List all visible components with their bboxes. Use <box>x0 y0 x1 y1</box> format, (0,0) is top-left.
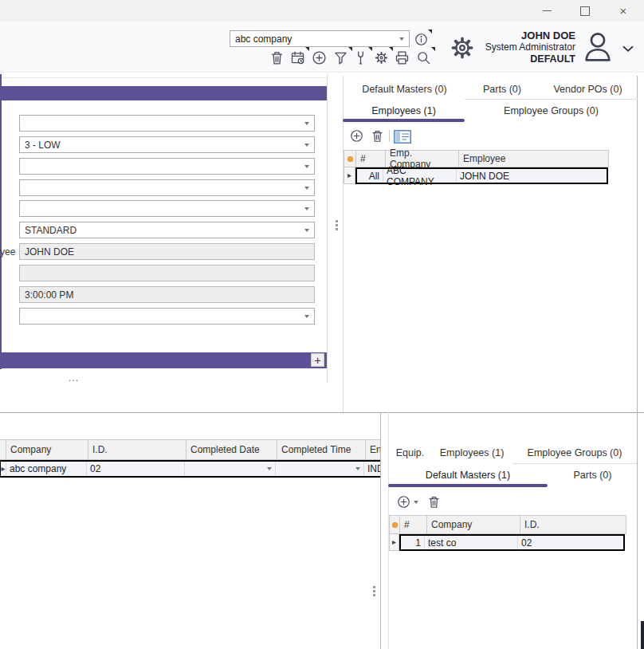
cell-num[interactable]: All <box>357 169 383 183</box>
tab-employee-groups[interactable]: Employee Groups (0) <box>465 100 638 121</box>
printer-icon <box>394 49 410 66</box>
table-row[interactable]: ▸ All ABC COMPANY JOHN DOE <box>344 167 609 184</box>
bottom-vertical-splitter[interactable] <box>380 413 381 649</box>
column-header-num[interactable]: # <box>400 516 427 533</box>
chevron-down-icon <box>304 207 309 210</box>
column-header-employee[interactable]: Employee <box>459 151 608 167</box>
company-combobox[interactable]: abc company <box>230 30 410 47</box>
left-panel-accent-edge <box>0 74 2 369</box>
filter-button[interactable] <box>332 49 349 66</box>
expand-section-button[interactable]: + <box>311 353 324 367</box>
settings-button[interactable] <box>449 34 476 61</box>
column-header-id[interactable]: I.D. <box>520 516 626 533</box>
tab-vendor-pos[interactable]: Vendor POs (0) <box>538 79 638 100</box>
row-selector-cell[interactable]: ▸ <box>344 167 355 184</box>
type-dropdown-value: STANDARD <box>25 225 77 236</box>
row-arrow-icon: ▸ <box>392 538 396 546</box>
default-masters-table-header: # Company I.D. <box>389 515 626 534</box>
row-arrow-icon: ▸ <box>348 171 351 179</box>
close-button[interactable]: × <box>606 0 641 22</box>
form-dropdown-3[interactable] <box>19 158 315 175</box>
row-selector-cell[interactable]: ▸ <box>1 462 6 476</box>
cell-completed-date[interactable] <box>185 462 276 476</box>
left-panel-top-border <box>2 77 327 78</box>
add-options-chevron-icon[interactable] <box>414 501 418 504</box>
column-header-completed-date[interactable]: Completed Date <box>187 440 277 459</box>
priority-dropdown-value: 3 - LOW <box>25 140 61 151</box>
ellipsis-text: ... <box>69 372 79 384</box>
cell-company[interactable]: test co <box>425 536 518 549</box>
cell-id[interactable]: 02 <box>87 462 185 476</box>
tab-employees-bottom[interactable]: Employees (1) <box>432 442 512 463</box>
type-dropdown[interactable]: STANDARD <box>19 222 315 238</box>
column-header-id[interactable]: I.D. <box>88 440 187 459</box>
cell-emp-company[interactable]: ABC COMPANY <box>383 169 457 183</box>
marker-column-header <box>390 516 400 533</box>
row-selector-cell[interactable]: ▸ <box>389 534 399 551</box>
cell-completed-time[interactable] <box>276 462 364 476</box>
row-arrow-icon: ▸ <box>1 465 5 473</box>
minimize-icon <box>543 10 552 12</box>
default-masters-table: # Company I.D. ▸ 1 test co 02 <box>389 515 626 551</box>
form-dropdown-4[interactable] <box>19 179 315 196</box>
form-dropdown-1[interactable] <box>19 115 315 132</box>
cell-num[interactable]: 1 <box>401 536 425 549</box>
employees-table-header: # Emp. Company Employee <box>344 150 609 167</box>
search-icon <box>415 49 432 66</box>
column-header-completed-time[interactable]: Completed Time <box>277 440 366 459</box>
form-dropdown-5[interactable] <box>19 200 315 217</box>
left-panel-header-bar <box>0 86 327 100</box>
dropdown-flag-icon <box>428 30 432 33</box>
employees-form-view-button[interactable] <box>394 130 411 144</box>
cell-employee[interactable]: JOHN DOE <box>457 169 607 183</box>
bottom-splitter-grip[interactable] <box>373 586 375 596</box>
tab-employee-groups-bottom[interactable]: Employee Groups (0) <box>512 442 638 463</box>
cell-company[interactable]: abc company <box>6 462 87 476</box>
vertical-splitter-grip[interactable] <box>336 220 338 230</box>
column-header-company[interactable]: Company <box>6 440 88 459</box>
plus-circle-icon <box>311 49 328 66</box>
info-button[interactable] <box>414 32 429 47</box>
user-menu-expander[interactable] <box>619 40 637 57</box>
tab-default-masters-bottom[interactable]: Default Masters (1) <box>388 465 548 486</box>
add-button[interactable] <box>311 49 328 66</box>
employee-field: JOHN DOE <box>19 243 315 260</box>
chevron-down-icon <box>304 315 309 318</box>
tab-parts-bottom[interactable]: Parts (0) <box>548 465 638 486</box>
form-dropdown-10[interactable] <box>19 308 315 324</box>
background-window-edge <box>641 621 644 649</box>
plus-circle-icon <box>396 494 411 509</box>
options-button[interactable] <box>373 49 390 66</box>
tab-default-masters[interactable]: Default Masters (0) <box>343 79 466 100</box>
form-view-icon <box>394 130 411 144</box>
column-header-num[interactable]: # <box>356 151 386 167</box>
chevron-down-icon <box>304 144 309 147</box>
employees-add-button[interactable] <box>349 128 364 144</box>
user-menu-button[interactable] <box>579 29 616 65</box>
schedule-button[interactable] <box>289 49 306 66</box>
maximize-button[interactable] <box>567 0 603 22</box>
cell-id[interactable]: 02 <box>518 536 623 549</box>
funnel-icon <box>332 49 349 66</box>
tab-parts[interactable]: Parts (0) <box>466 79 538 100</box>
column-header-company[interactable]: Company <box>427 516 520 533</box>
minimize-button[interactable] <box>529 0 564 22</box>
default-masters-delete-button[interactable] <box>426 494 442 509</box>
dropdown-flag-icon <box>305 47 309 51</box>
tools-button[interactable] <box>352 49 369 66</box>
user-company: DEFAULT <box>477 53 575 65</box>
toolbar-separator <box>389 130 390 142</box>
required-marker-icon <box>348 156 353 162</box>
default-masters-add-button[interactable] <box>396 494 411 509</box>
column-header-en-clipped[interactable]: En <box>366 440 381 459</box>
employees-table: # Emp. Company Employee ▸ All ABC COMPAN… <box>344 150 609 184</box>
print-button[interactable] <box>394 49 410 66</box>
employees-delete-button[interactable] <box>370 128 385 144</box>
delete-button[interactable] <box>269 49 285 66</box>
priority-dropdown[interactable]: 3 - LOW <box>19 136 315 153</box>
table-row[interactable]: ▸ abc company 02 IND <box>0 460 381 478</box>
table-row[interactable]: ▸ 1 test co 02 <box>389 534 626 551</box>
search-button[interactable] <box>415 49 432 66</box>
cell-en-clipped[interactable]: IND <box>364 462 381 476</box>
tab-equip[interactable]: Equip. <box>388 442 432 463</box>
